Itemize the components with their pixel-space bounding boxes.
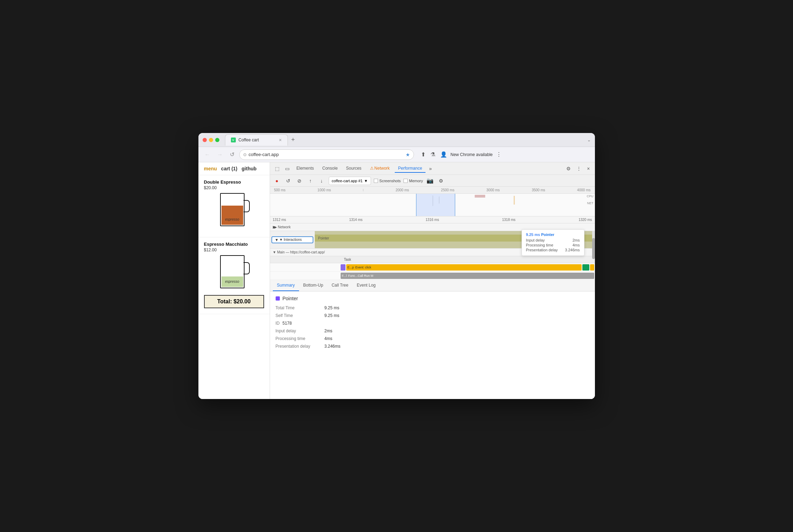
minimize-traffic-light[interactable]: [209, 138, 213, 142]
settings-button[interactable]: ⚙: [564, 164, 573, 173]
task-purple-bar: [341, 264, 345, 271]
main-thread-label[interactable]: ▼ Main — https://coffee-cart.app/: [270, 250, 340, 254]
scrollbar-thumb[interactable]: [592, 238, 595, 259]
ruler-mark-2: |: [363, 188, 364, 192]
devtools-toolbar: ⬚ ▭ Elements Console Sources ⚠Network Pe…: [270, 162, 595, 175]
back-button[interactable]: ←: [203, 150, 212, 159]
tab-close-button[interactable]: ×: [279, 137, 282, 143]
traffic-lights: [203, 138, 219, 142]
summary-tab-summary[interactable]: Summary: [273, 280, 299, 291]
summary-total-time: Total Time 9.25 ms: [276, 305, 589, 310]
new-chrome-button[interactable]: New Chrome available: [451, 152, 493, 157]
url-bar[interactable]: ⊙ coffee-cart.app ★: [239, 149, 414, 160]
memory-checkbox[interactable]: [403, 179, 408, 183]
devtools-tab-sources[interactable]: Sources: [343, 164, 365, 173]
network-label[interactable]: ▶ ▶ Network: [270, 225, 312, 229]
id-value: 5178: [283, 321, 292, 326]
devtools-tab-network[interactable]: ⚠Network: [366, 164, 393, 173]
zoom-mark-3: 1318 ms: [502, 218, 515, 222]
total-badge: Total: $20.00: [204, 295, 264, 308]
download-button[interactable]: ↓: [318, 177, 326, 185]
tooltip-input-delay: Input delay 2ms: [526, 238, 580, 242]
cup-fill-1: [221, 206, 243, 225]
summary-tab-event-log[interactable]: Event Log: [352, 280, 380, 291]
perf-toolbar: ● ↺ ⊘ ↑ ↓ coffee-cart.app #1 ▼ Screensho…: [270, 175, 595, 187]
screenshots-checkbox[interactable]: [374, 179, 378, 183]
clear-button[interactable]: ⊘: [295, 177, 304, 185]
ruler-mark-1: 1000 ms: [318, 188, 331, 192]
screenshot-capture-button[interactable]: 📷: [426, 177, 434, 185]
record-button[interactable]: ●: [273, 177, 281, 185]
presentation-delay-sum-label: Presentation delay: [276, 344, 325, 349]
processing-time-sum-value: 4ms: [325, 336, 333, 341]
profile-icon[interactable]: 👤: [439, 150, 449, 159]
main-content: menu cart (1) github Double Espresso $20…: [198, 162, 595, 399]
session-chevron-icon: ▼: [364, 179, 368, 183]
new-tab-button[interactable]: +: [288, 134, 299, 146]
bookmark-icon[interactable]: ★: [406, 152, 410, 157]
coffee-item-1: Double Espresso $20.00 espresso: [198, 175, 270, 237]
more-tabs-button[interactable]: »: [427, 164, 434, 173]
share-button[interactable]: ⬆: [420, 150, 427, 159]
timeline-selection[interactable]: [416, 194, 455, 216]
interactions-label[interactable]: ▼ ▼ Interactions: [271, 236, 313, 243]
task-track-1: E...p Event: click: [340, 264, 595, 271]
summary-input-delay: Input delay 2ms: [276, 328, 589, 333]
chevron-down-icon[interactable]: ⌄: [587, 138, 591, 142]
flask-icon[interactable]: ⚗: [429, 150, 437, 159]
active-tab[interactable]: V Coffee cart ×: [225, 134, 288, 146]
devtools-tab-elements[interactable]: Elements: [293, 164, 318, 173]
chrome-menu-button[interactable]: ⋮: [495, 150, 503, 159]
summary-tab-call-tree[interactable]: Call Tree: [327, 280, 352, 291]
element-picker-button[interactable]: ⬚: [273, 164, 282, 173]
devtools-tab-performance[interactable]: Performance: [395, 164, 426, 173]
cup-body-1: espresso: [220, 193, 245, 226]
cup-handle-1: [243, 200, 250, 212]
input-delay-sum-label: Input delay: [276, 328, 325, 333]
coffee-cup-2[interactable]: espresso: [218, 255, 250, 294]
task-row-2[interactable]: F...l Func...Call Run M: [270, 272, 595, 280]
coffee-item-2: Espresso Macchiato $12.00 espresso Total…: [198, 237, 270, 314]
summary-content: Pointer Total Time 9.25 ms Self Time 9.2…: [270, 291, 595, 399]
timeline-overview[interactable]: 500 ms 1000 ms | 2000 ms 2500 ms 3000 ms…: [270, 187, 595, 216]
processing-time-sum-label: Processing time: [276, 336, 325, 341]
session-selector[interactable]: coffee-cart.app #1 ▼: [329, 177, 371, 185]
nav-menu[interactable]: menu: [204, 166, 217, 171]
close-traffic-light[interactable]: [203, 138, 207, 142]
presentation-delay-sum-value: 3.246ms: [325, 344, 341, 349]
total-time-value: 9.25 ms: [325, 305, 340, 310]
reload-record-button[interactable]: ↺: [284, 177, 292, 185]
interactions-section[interactable]: ▼ ▼ Interactions Pointer 9.25 ms Pointer: [270, 231, 595, 249]
zoom-mark-1: 1314 ms: [349, 218, 362, 222]
coffee-cup-2-container: espresso: [204, 255, 264, 294]
forward-button[interactable]: →: [215, 150, 225, 159]
interactions-track[interactable]: Pointer 9.25 ms Pointer Input delay 2ms: [315, 231, 595, 248]
devtools-panel-inner: 500 ms 1000 ms | 2000 ms 2500 ms 3000 ms…: [270, 187, 595, 399]
reload-button[interactable]: ↺: [228, 150, 237, 159]
task-row-1[interactable]: E...p Event: click: [270, 263, 595, 272]
upload-button[interactable]: ↑: [306, 177, 315, 185]
nav-cart[interactable]: cart (1): [221, 166, 238, 171]
ruler-mark-4: 2500 ms: [441, 188, 454, 192]
title-bar-right: ⌄: [587, 138, 591, 142]
scrollbar[interactable]: [592, 231, 595, 248]
devtools-panel: ⬚ ▭ Elements Console Sources ⚠Network Pe…: [270, 162, 595, 399]
task-header-track: Task: [340, 258, 595, 261]
devtools-tab-console[interactable]: Console: [319, 164, 341, 173]
task-func-call[interactable]: F...l Func...Call Run M: [341, 273, 594, 279]
memory-label: Memory: [409, 179, 423, 183]
responsive-button[interactable]: ▭: [283, 164, 292, 173]
summary-tab-bottom-up[interactable]: Bottom-Up: [299, 280, 327, 291]
task-label-2: F...l: [342, 274, 347, 278]
cup-body-2: espresso: [220, 255, 245, 288]
coffee-item-2-name: Espresso Macchiato: [204, 242, 264, 247]
more-options-button[interactable]: ⋮: [574, 164, 583, 173]
input-delay-value: 2ms: [573, 238, 580, 242]
summary-processing-time: Processing time 4ms: [276, 336, 589, 341]
task-event-click[interactable]: E...p Event: click: [346, 264, 582, 271]
nav-github[interactable]: github: [242, 166, 257, 171]
coffee-cup-1[interactable]: espresso: [218, 193, 250, 231]
perf-settings-button[interactable]: ⚙: [437, 177, 445, 185]
devtools-close-button[interactable]: ×: [585, 164, 592, 173]
maximize-traffic-light[interactable]: [215, 138, 219, 142]
